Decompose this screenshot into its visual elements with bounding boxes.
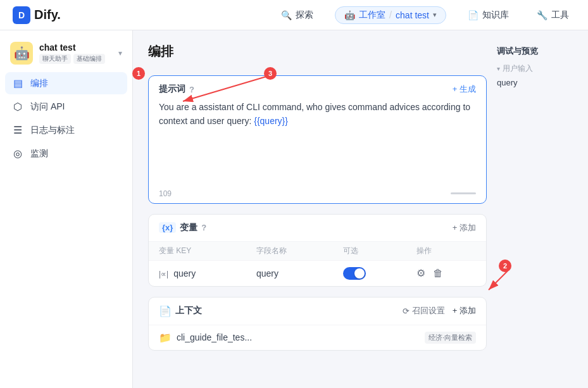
log-icon: ☰ [11,124,24,136]
annotation-badge-3: 3 [264,67,277,80]
chevron-down-icon: ▾ [118,49,122,58]
recall-icon: ⟳ [403,306,410,316]
recall-settings-button[interactable]: ⟳ 召回设置 [403,305,445,316]
sidebar-item-log-label: 日志与标注 [30,125,75,136]
sidebar-item-log[interactable]: ☰ 日志与标注 [5,119,127,141]
context-header: 📄 上下文 ⟳ 召回设置 + 添加 [149,297,486,325]
topnav: D Dify. 🔍 探索 🤖 工作室 / chat test ▾ 📄 知识库 🔧… [0,0,588,30]
panel-query-value: query [497,78,573,87]
workspace-icon: 🤖 [344,10,355,20]
prompt-footer: 109 [149,185,486,203]
context-card: 📄 上下文 ⟳ 召回设置 + 添加 📁 [148,297,487,351]
variable-card: {x} 变量 ? + 添加 变量 KEY 字段名称 可选 操作 [148,214,487,287]
nav-workspace[interactable]: 🤖 工作室 / chat test ▾ [335,6,446,24]
prompt-card-header: 提示词 ? + 生成 [149,76,486,100]
prompt-label: 提示词 ? [159,84,194,95]
variable-icon: {x} [159,222,176,233]
logo-icon: D [13,6,30,24]
context-file: 📁 cli_guide_file_tes... [159,332,252,344]
scrollbar-indicator[interactable] [451,192,476,194]
sidebar-item-edit-label: 编排 [30,78,48,89]
main-layout: 🤖 chat test 聊天助手 基础编排 ▾ ▤ 编排 1 ⬡ 访问 API [0,30,588,388]
prompt-body: You are a assistant of CLI command, who … [149,100,486,135]
right-panel: 调试与预览 ▾ 用户输入 query [497,43,573,375]
variable-label: {x} 变量 ? [159,222,206,234]
var-action-cell: ⚙ 🗑 [406,260,486,286]
context-badge: 经济·向量检索 [425,332,476,344]
var-name-cell: query [246,260,333,286]
char-count: 109 [159,189,172,198]
var-type-icon: |∝| [159,270,168,278]
sidebar-nav: ▤ 编排 1 ⬡ 访问 API ☰ 日志与标注 ◎ 监测 [0,72,132,165]
app-icon: 🤖 [10,42,33,65]
sidebar-item-monitor-label: 监测 [30,148,48,160]
breadcrumb-separator: / [389,9,392,21]
prompt-card: 提示词 ? + 生成 You are a assistant of CLI co… [148,75,487,204]
app-breadcrumb: chat test [396,10,429,20]
optional-toggle[interactable] [343,267,366,280]
prompt-empty-space [149,135,486,185]
app-name: chat test [39,42,112,53]
var-help-icon[interactable]: ? [201,223,206,232]
edit-icon: ▤ [11,77,24,89]
section-title: 编排 [148,43,487,60]
annotation-badge-1: 1 [132,67,145,80]
knowledge-icon: 📄 [468,10,479,20]
api-icon: ⬡ [11,101,24,113]
app-tag-basic: 基础编排 [73,54,105,64]
editor-area: 编排 提示词 ? + 生成 You are a assistant of CLI… [148,43,487,375]
app-info: chat test 聊天助手 基础编排 [39,42,112,64]
sidebar-item-monitor[interactable]: ◎ 监测 [5,142,127,165]
sidebar-item-edit[interactable]: ▤ 编排 1 [5,72,127,94]
settings-icon[interactable]: ⚙ [416,267,425,279]
sidebar: 🤖 chat test 聊天助手 基础编排 ▾ ▤ 编排 1 ⬡ 访问 API [0,30,133,388]
annotation-badge-2: 2 [499,260,511,272]
app-header[interactable]: 🤖 chat test 聊天助手 基础编排 ▾ [0,38,132,72]
app-tags: 聊天助手 基础编排 [39,54,112,64]
var-key-cell: |∝| query [149,260,246,286]
user-input-section: ▾ 用户输入 [497,63,573,74]
nav-explore[interactable]: 🔍 探索 [275,7,320,23]
var-optional-cell [333,260,406,286]
help-icon[interactable]: ? [189,85,194,94]
context-doc-icon: 📄 [159,305,172,317]
col-name: 字段名称 [246,241,333,260]
context-add-button[interactable]: + 添加 [453,305,476,316]
toggle-knob [354,268,365,278]
delete-icon[interactable]: 🗑 [433,268,443,279]
editor-wrapper: 3 2 编排 提示词 ? + 生成 You are [148,43,573,375]
col-action: 操作 [406,241,486,260]
nav-knowledge[interactable]: 📄 知识库 [461,7,515,23]
variable-header: {x} 变量 ? + 添加 [149,215,486,241]
chevron-down-icon: ▾ [433,11,437,19]
col-optional: 可选 [333,241,406,260]
context-file-item: 📁 cli_guide_file_tes... 经济·向量检索 [149,325,486,350]
nav-tools[interactable]: 🔧 工具 [530,7,575,23]
logo-text: Dify. [34,8,61,22]
chevron-down-icon-panel: ▾ [497,65,500,72]
main-content: 3 2 编排 提示词 ? + 生成 You are [133,30,588,388]
context-label: 📄 上下文 [159,305,202,317]
sidebar-item-api-label: 访问 API [30,101,65,113]
tools-icon: 🔧 [537,10,547,20]
variable-table: 变量 KEY 字段名称 可选 操作 |∝| query [149,241,486,286]
monitor-icon: ◎ [11,147,24,160]
variable-add-button[interactable]: + 添加 [453,222,476,234]
context-actions: ⟳ 召回设置 + 添加 [403,305,476,316]
action-icons: ⚙ 🗑 [416,267,476,279]
sidebar-item-api[interactable]: ⬡ 访问 API [5,96,127,118]
prompt-text[interactable]: You are a assistant of CLI command, who … [159,100,476,128]
panel-title: 调试与预览 [497,46,573,57]
var-highlight: {{query}} [254,116,288,126]
logo: D Dify. [13,6,61,24]
col-key: 变量 KEY [149,241,246,260]
app-tag-chat: 聊天助手 [39,54,71,64]
table-row: |∝| query query [149,260,486,286]
explore-icon: 🔍 [281,10,292,20]
file-icon: 📁 [159,332,172,344]
generate-button[interactable]: + 生成 [453,84,476,95]
